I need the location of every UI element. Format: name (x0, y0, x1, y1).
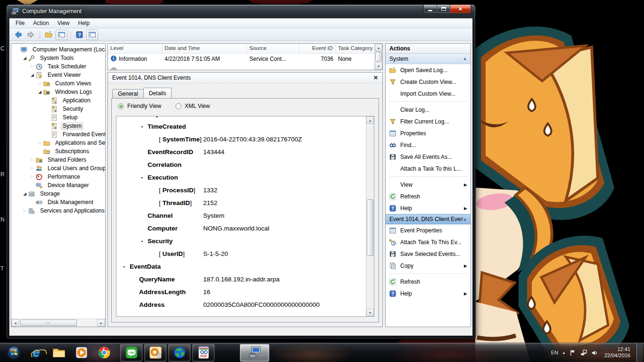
tree-item-event-viewer[interactable]: ◢Event Viewer (11, 71, 105, 79)
action-filter-current-log[interactable]: Filter Current Log... (386, 115, 471, 127)
action-center-flag-icon[interactable] (570, 349, 577, 356)
help-button[interactable] (74, 30, 85, 40)
network-icon[interactable] (580, 349, 587, 356)
scrollbar-thumb[interactable] (367, 199, 373, 256)
maximize-button[interactable] (437, 5, 450, 14)
tree-item-local-users-and-groups[interactable]: ▷Local Users and Groups (11, 164, 105, 173)
globe-app-button[interactable] (168, 344, 190, 362)
action-help[interactable]: Help▶ (386, 288, 471, 299)
tree-item-system[interactable]: System (11, 122, 105, 130)
scrollbar-thumb[interactable] (375, 52, 382, 61)
tab-general[interactable]: General (112, 89, 144, 98)
action-save-all-events-as[interactable]: Save All Events As... (386, 151, 471, 163)
scroll-down-arrow-icon[interactable]: ▼ (375, 62, 382, 70)
view-option-xml-view[interactable]: XML View (175, 103, 210, 109)
action-create-custom-view[interactable]: Create Custom View... (386, 76, 471, 88)
collapse-section-arrow-icon[interactable]: ▲ (463, 217, 467, 222)
collapse-dash-icon[interactable]: - (141, 174, 143, 181)
collapse-arrow-icon[interactable]: ◢ (22, 56, 28, 60)
tree-item-performance[interactable]: ▷Performance (11, 173, 105, 181)
menu-help[interactable]: Help (74, 19, 94, 27)
close-detail-icon[interactable]: ✕ (373, 74, 378, 81)
menu-file[interactable]: File (11, 19, 29, 27)
internet-explorer-icon[interactable]: e (28, 345, 44, 361)
show-hidden-icons-chevron-icon[interactable]: ▲ (562, 351, 566, 355)
taskbar-clock[interactable]: 12:41 22/04/2016 (604, 346, 630, 359)
radio-checked-icon[interactable] (118, 103, 124, 109)
show-desktop-button[interactable] (636, 343, 643, 362)
column-header-source[interactable]: Source (247, 44, 299, 53)
tree-item-security[interactable]: Security (11, 105, 105, 113)
action-save-selected-events[interactable]: Save Selected Events... (386, 248, 471, 260)
export-list-button[interactable] (43, 30, 55, 40)
actions-section-event-1014-dns-client-events[interactable]: Event 1014, DNS Client Events▲ (386, 214, 471, 224)
column-header-date-and-time[interactable]: Date and Time (162, 44, 247, 53)
tree-item-task-scheduler[interactable]: ▷Task Scheduler (11, 62, 105, 71)
scroll-right-arrow-icon[interactable]: ► (97, 319, 105, 327)
tab-details[interactable]: Details (143, 88, 172, 98)
action-refresh[interactable]: Refresh (386, 190, 471, 202)
back-button[interactable] (12, 30, 24, 40)
action-copy[interactable]: Copy▶ (386, 260, 471, 272)
action-event-properties[interactable]: Event Properties (386, 224, 471, 236)
tree-item-system-tools[interactable]: ◢System Tools (11, 54, 105, 62)
expand-arrow-icon[interactable]: ▷ (37, 82, 43, 85)
action-attach-a-task-to-this-l[interactable]: Attach a Task To this L... (386, 163, 471, 174)
friendly-view-scrollbar[interactable]: ▲ ▼ (366, 116, 374, 316)
collapse-section-arrow-icon[interactable]: ▲ (463, 57, 467, 61)
desktop-icon-label[interactable]: R (0, 171, 5, 178)
pdf-reader-button[interactable]: PDF (192, 344, 215, 362)
collapse-arrow-icon[interactable]: ◢ (37, 90, 43, 94)
tree-item-subscriptions[interactable]: Subscriptions (11, 147, 105, 156)
view-option-friendly-view[interactable]: Friendly View (118, 103, 161, 109)
desktop-icon-label[interactable]: C (0, 45, 5, 52)
expand-arrow-icon[interactable]: ▷ (37, 141, 43, 145)
show-action-pane-button[interactable] (86, 30, 98, 40)
event-list-scrollbar[interactable]: ▲ ▼ (374, 44, 382, 70)
column-header-task-category[interactable]: Task Category (336, 44, 375, 53)
action-help[interactable]: Help▶ (386, 202, 471, 214)
minimize-button[interactable] (423, 5, 437, 14)
menu-view[interactable]: View (53, 19, 74, 27)
actions-section-system[interactable]: System▲ (386, 54, 471, 64)
expand-arrow-icon[interactable]: ▷ (29, 158, 35, 162)
collapse-dash-icon[interactable]: - (123, 263, 125, 270)
scrollbar-thumb[interactable] (20, 320, 77, 326)
tree-item-services-and-applications[interactable]: ▷Services and Applications (11, 206, 105, 215)
tree-item-application[interactable]: Application (11, 96, 105, 105)
action-refresh[interactable]: Refresh (386, 276, 471, 288)
tree-item-device-manager[interactable]: Device Manager (11, 181, 105, 189)
close-button[interactable]: ✕ (450, 5, 471, 14)
windows-explorer-icon[interactable] (51, 345, 67, 361)
computer-management-taskbar-button[interactable] (240, 344, 269, 362)
scroll-down-arrow-icon[interactable]: ▼ (366, 309, 374, 316)
action-open-saved-log[interactable]: Open Saved Log... (386, 64, 471, 76)
desktop-icon-label[interactable]: N (0, 216, 5, 223)
forward-button[interactable] (25, 30, 37, 40)
tree-item-windows-logs[interactable]: ◢Windows Logs (11, 88, 105, 96)
column-header-event-id[interactable]: Event ID (299, 44, 336, 53)
language-indicator[interactable]: EN (551, 350, 558, 355)
line-app-button[interactable]: LINE (120, 344, 142, 362)
action-find[interactable]: Find... (386, 139, 471, 151)
column-header-level[interactable]: Level (108, 44, 162, 53)
action-clear-log[interactable]: Clear Log... (386, 104, 471, 115)
expand-arrow-icon[interactable]: ▷ (29, 65, 35, 68)
event-row[interactable]: Information4/22/2016 7:51:05 AMService C… (108, 54, 375, 64)
event-row-partial-icon[interactable] (111, 67, 117, 70)
start-button[interactable] (6, 345, 22, 361)
action-attach-task-to-this-ev[interactable]: Attach Task To This Ev... (386, 236, 471, 248)
desktop-icon-label[interactable]: T (0, 265, 4, 272)
collapse-arrow-icon[interactable]: ◢ (22, 191, 28, 196)
collapse-arrow-icon[interactable]: ◢ (29, 73, 35, 77)
title-bar[interactable]: Computer Management (7, 5, 475, 18)
menu-action[interactable]: Action (29, 19, 53, 27)
radio-unchecked-icon[interactable] (175, 103, 182, 109)
tree-item-computer-management-local[interactable]: Computer Management (Local) (11, 45, 105, 54)
scroll-up-arrow-icon[interactable]: ▲ (375, 44, 382, 51)
scroll-up-arrow-icon[interactable]: ▲ (366, 116, 374, 124)
tree-item-storage[interactable]: ◢Storage (11, 189, 105, 198)
tree-item-setup[interactable]: Setup (11, 113, 105, 122)
tree-item-custom-views[interactable]: ▷Custom Views (11, 79, 105, 88)
volume-icon[interactable] (591, 349, 598, 356)
